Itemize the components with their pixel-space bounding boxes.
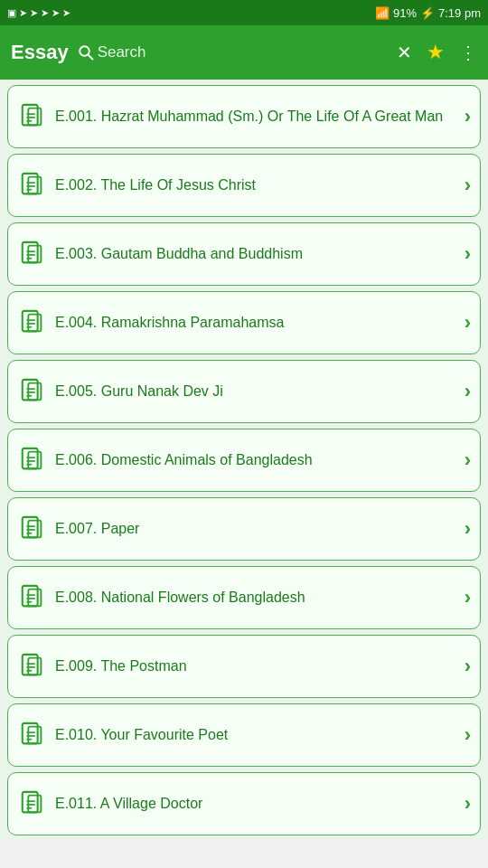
svg-line-1 xyxy=(88,54,92,59)
svg-rect-48 xyxy=(28,727,41,744)
item-label: E.006. Domestic Animals of Bangladesh xyxy=(55,451,465,470)
document-icon xyxy=(19,584,46,611)
svg-rect-3 xyxy=(28,108,41,126)
list-item[interactable]: E.002. The Life Of Jesus Christ› xyxy=(7,154,481,217)
chevron-right-icon: › xyxy=(465,448,471,472)
list-item[interactable]: E.003. Gautam Buddha and Buddhism› xyxy=(7,222,481,286)
svg-rect-18 xyxy=(28,315,41,332)
menu-button[interactable]: ⋮ xyxy=(459,42,477,63)
svg-rect-8 xyxy=(28,177,41,194)
close-button[interactable]: ✕ xyxy=(397,42,412,63)
svg-rect-13 xyxy=(28,246,41,263)
document-icon xyxy=(19,378,46,405)
item-label: E.003. Gautam Buddha and Buddhism xyxy=(55,245,465,264)
star-button[interactable]: ★ xyxy=(427,41,445,64)
time-display: 7:19 pm xyxy=(438,6,481,20)
list-item[interactable]: E.005. Guru Nanak Dev Ji› xyxy=(7,360,481,423)
document-icon xyxy=(19,241,46,268)
chevron-right-icon: › xyxy=(465,723,471,747)
essay-list: E.001. Hazrat Muhammad (Sm.) Or The Life… xyxy=(0,80,488,841)
svg-rect-53 xyxy=(28,796,41,813)
item-label: E.010. Your Favourite Poet xyxy=(55,726,465,745)
search-label[interactable]: Search xyxy=(98,43,146,61)
app-title: Essay xyxy=(11,41,69,64)
list-item[interactable]: E.004. Ramakrishna Paramahamsa› xyxy=(7,291,481,354)
status-left: ▣ ➤ ➤ ➤ ➤ ➤ xyxy=(7,7,70,19)
battery-level: 91% xyxy=(393,6,417,20)
item-label: E.011. A Village Doctor xyxy=(55,795,465,814)
chevron-right-icon: › xyxy=(465,105,471,128)
item-label: E.004. Ramakrishna Paramahamsa xyxy=(55,314,465,333)
wifi-icon: 📶 xyxy=(375,6,389,20)
chevron-right-icon: › xyxy=(465,517,471,541)
item-label: E.007. Paper xyxy=(55,520,465,539)
search-bar[interactable]: Search xyxy=(78,43,388,61)
chevron-right-icon: › xyxy=(465,311,471,335)
list-item[interactable]: E.007. Paper› xyxy=(7,497,481,561)
list-item[interactable]: E.006. Domestic Animals of Bangladesh› xyxy=(7,429,481,492)
document-icon xyxy=(19,447,46,474)
charging-icon: ⚡ xyxy=(420,6,435,20)
svg-rect-43 xyxy=(28,658,41,675)
svg-rect-33 xyxy=(28,521,41,538)
svg-rect-28 xyxy=(28,452,41,469)
status-right: 📶 91% ⚡ 7:19 pm xyxy=(375,6,481,20)
list-item[interactable]: E.011. A Village Doctor› xyxy=(7,772,481,835)
item-label: E.008. National Flowers of Bangladesh xyxy=(55,589,465,608)
item-label: E.009. The Postman xyxy=(55,657,465,676)
document-icon xyxy=(19,309,46,336)
item-label: E.002. The Life Of Jesus Christ xyxy=(55,176,465,195)
notification-icons: ▣ ➤ ➤ ➤ ➤ ➤ xyxy=(7,7,70,19)
document-icon xyxy=(19,515,46,542)
toolbar: Essay Search ✕ ★ ⋮ xyxy=(0,25,488,80)
list-item[interactable]: E.008. National Flowers of Bangladesh› xyxy=(7,566,481,629)
chevron-right-icon: › xyxy=(465,174,471,197)
chevron-right-icon: › xyxy=(465,792,471,816)
status-bar: ▣ ➤ ➤ ➤ ➤ ➤ 📶 91% ⚡ 7:19 pm xyxy=(0,0,488,25)
item-label: E.001. Hazrat Muhammad (Sm.) Or The Life… xyxy=(55,108,465,127)
document-icon xyxy=(19,172,46,199)
document-icon xyxy=(19,722,46,749)
toolbar-actions: ✕ ★ ⋮ xyxy=(397,41,477,64)
list-item[interactable]: E.010. Your Favourite Poet› xyxy=(7,703,481,767)
search-icon xyxy=(78,44,94,61)
document-icon xyxy=(19,790,46,817)
chevron-right-icon: › xyxy=(465,380,471,403)
list-item[interactable]: E.009. The Postman› xyxy=(7,635,481,698)
document-icon xyxy=(19,103,46,130)
svg-rect-38 xyxy=(28,590,41,607)
list-item[interactable]: E.001. Hazrat Muhammad (Sm.) Or The Life… xyxy=(7,85,481,148)
document-icon xyxy=(19,653,46,680)
chevron-right-icon: › xyxy=(465,242,471,266)
chevron-right-icon: › xyxy=(465,586,471,609)
chevron-right-icon: › xyxy=(465,655,471,678)
svg-rect-23 xyxy=(28,383,41,401)
item-label: E.005. Guru Nanak Dev Ji xyxy=(55,382,465,401)
